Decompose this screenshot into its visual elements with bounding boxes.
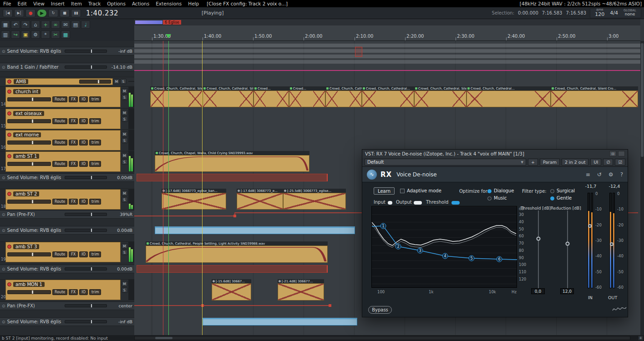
fx-button[interactable]: FX bbox=[69, 199, 78, 205]
gear-icon[interactable]: ⚙ bbox=[31, 30, 40, 39]
timeline-ruler[interactable]: 1:30.00 1:40.00 1:50.00 2:00.00 2:10.00 … bbox=[134, 25, 640, 41]
envelope-fader[interactable] bbox=[65, 65, 107, 69]
input-toggle[interactable] bbox=[388, 201, 392, 205]
io-button[interactable]: IO bbox=[79, 289, 88, 295]
record-arm-button[interactable] bbox=[7, 111, 11, 115]
threshold-node[interactable]: 3 bbox=[417, 248, 423, 254]
fx-button[interactable]: FX bbox=[69, 96, 78, 102]
fx-button[interactable]: FX bbox=[69, 118, 78, 124]
mute-button[interactable]: M bbox=[122, 281, 128, 286]
threshold-toggle[interactable] bbox=[451, 201, 460, 205]
learn-button[interactable]: Learn bbox=[374, 187, 395, 195]
audio-item[interactable]: Crowd... bbox=[254, 86, 289, 107]
mute-button[interactable]: M bbox=[122, 153, 128, 158]
threshold-node[interactable]: 6 bbox=[497, 256, 502, 262]
automation-item[interactable] bbox=[203, 318, 357, 326]
threshold-slider[interactable] bbox=[538, 211, 539, 289]
menu-item[interactable]: Item bbox=[68, 1, 85, 6]
redo-icon[interactable]: ↷ bbox=[21, 20, 30, 29]
track-folder-amb[interactable]: AMB M S bbox=[0, 77, 134, 85]
threshold-value[interactable]: 0,0 bbox=[531, 288, 545, 294]
audio-item[interactable]: Crowd, Church, Cathedral, Silent Crowd, … bbox=[203, 86, 254, 107]
track-19[interactable]: 19 amb ST 3 Route FX IO trim M S bbox=[0, 241, 134, 262]
goto-end-button[interactable]: ▶| bbox=[14, 9, 24, 17]
volume-fader[interactable] bbox=[79, 80, 111, 84]
enabled-checkbox-icon[interactable]: ☑ bbox=[615, 159, 625, 165]
selection-start[interactable]: 0:00.000 bbox=[518, 10, 538, 15]
solo-button[interactable]: S bbox=[122, 287, 128, 293]
dock-window-icon[interactable]: ⊡ bbox=[609, 151, 616, 156]
track-name[interactable]: amb ST 3 bbox=[13, 244, 39, 249]
fx-button[interactable]: FX bbox=[69, 289, 78, 295]
reduction-slider[interactable] bbox=[567, 211, 568, 289]
audio-item[interactable]: Crowd, Church, Cathedral... bbox=[467, 86, 551, 107]
route-button[interactable]: Route bbox=[52, 289, 67, 295]
record-arm-button[interactable] bbox=[7, 282, 11, 286]
record-arm-button[interactable] bbox=[7, 154, 11, 158]
trim-button[interactable]: trim bbox=[89, 289, 101, 295]
threshold-node[interactable]: 1 bbox=[380, 223, 386, 229]
track-name[interactable]: AMB bbox=[14, 79, 28, 84]
fx-window[interactable]: VST: RX 7 Voice De-noise (iZotope, Inc.)… bbox=[362, 149, 628, 317]
bpm-value[interactable]: 120 bbox=[595, 12, 604, 17]
surgical-label[interactable]: Surgical bbox=[557, 188, 575, 193]
audio-item[interactable]: Crowd, Church, Cathedral... bbox=[362, 86, 414, 107]
output-toggle[interactable] bbox=[414, 201, 422, 205]
meter-knob[interactable] bbox=[588, 224, 592, 228]
envelope-lane-band1-gain[interactable]: ⊙ Band 1 Gain / FabFilter -14.10 dB bbox=[0, 63, 134, 71]
audio-item-eglise[interactable]: [-25.5dB] 3066773_eglise... bbox=[283, 189, 346, 210]
track-16[interactable]: 16 ext morne Route FX IO trim M S bbox=[0, 130, 134, 150]
snap-icon[interactable]: ↪ bbox=[11, 30, 20, 39]
global-automation-value[interactable]: none bbox=[625, 12, 635, 17]
envelope-fader[interactable] bbox=[65, 267, 107, 271]
route-button[interactable]: Route bbox=[52, 161, 67, 167]
io-button[interactable]: IO bbox=[79, 199, 88, 205]
minimized-track-items[interactable] bbox=[134, 54, 640, 59]
reduction-slider-handle[interactable] bbox=[566, 242, 570, 246]
pause-button[interactable]: ▮▮ bbox=[71, 9, 81, 17]
settings-gear-icon[interactable]: ⚙ bbox=[609, 171, 614, 178]
mute-button[interactable]: M bbox=[113, 79, 120, 84]
solo-button[interactable]: S bbox=[122, 95, 128, 100]
trim-button[interactable]: trim bbox=[89, 140, 101, 145]
home-icon[interactable]: ⌂ bbox=[31, 20, 40, 29]
menu-view[interactable]: View bbox=[30, 1, 48, 6]
envelope-lane-send-volume[interactable]: ⊙ Send Volume: RVB églis -inf dB bbox=[0, 47, 134, 55]
io-routing-button[interactable]: 2 in 2 out bbox=[562, 159, 588, 165]
bypass-button[interactable]: Bypass bbox=[368, 306, 392, 314]
close-window-icon[interactable] bbox=[618, 151, 625, 156]
audio-item[interactable]: Crowd, Church, Cathedral, Sil... bbox=[325, 86, 362, 107]
io-button[interactable]: IO bbox=[79, 96, 88, 102]
envelope-fader[interactable] bbox=[65, 229, 107, 232]
mute-button[interactable]: M bbox=[122, 131, 128, 137]
scissors-icon[interactable]: ✂ bbox=[51, 30, 60, 39]
io-button[interactable]: IO bbox=[79, 118, 88, 124]
envelope-power-icon[interactable]: ⊙ bbox=[2, 49, 5, 54]
mute-button[interactable]: M bbox=[122, 88, 128, 94]
selection-length[interactable]: 7:16.583 bbox=[566, 10, 586, 15]
trim-button[interactable]: trim bbox=[89, 161, 101, 167]
menu-actions[interactable]: Actions bbox=[129, 1, 152, 6]
envelope-power-icon[interactable]: ⊙ bbox=[2, 228, 5, 233]
threshold-node[interactable]: 2 bbox=[396, 244, 401, 250]
close-fx-config-tab[interactable]: [Close FX config: Track 2 voix o...] bbox=[207, 1, 288, 6]
audio-item-eglise[interactable]: [-17.6dB] 3066773_eglise_ban... bbox=[162, 189, 226, 210]
audio-item[interactable]: Crowd, Church, Cathedral, Silent Crowd, … bbox=[414, 86, 467, 107]
trim-button[interactable]: trim bbox=[89, 96, 101, 102]
volume-fader[interactable] bbox=[7, 119, 51, 123]
surgical-radio[interactable] bbox=[550, 189, 554, 193]
trim-button[interactable]: trim bbox=[89, 118, 101, 124]
menu-edit[interactable]: Edit bbox=[15, 1, 30, 6]
threshold-slider-handle[interactable] bbox=[537, 237, 541, 241]
envelope-power-icon[interactable]: ⊙ bbox=[2, 304, 5, 308]
grid-small-icon[interactable]: ▥ bbox=[1, 30, 10, 39]
menu-file[interactable]: File bbox=[0, 1, 15, 6]
output-toggle-label[interactable]: Output bbox=[396, 200, 412, 205]
phase-icon[interactable]: ∅ bbox=[603, 159, 613, 165]
trim-button[interactable]: trim bbox=[89, 199, 101, 205]
volume-fader[interactable] bbox=[7, 140, 51, 145]
envelope-power-icon[interactable]: ⊙ bbox=[2, 176, 5, 180]
help-icon[interactable]: ? bbox=[620, 171, 623, 178]
track-name[interactable]: ext morne bbox=[13, 132, 41, 137]
track-20[interactable]: 20 amb MON 1 Route FX IO trim M S bbox=[0, 279, 134, 300]
